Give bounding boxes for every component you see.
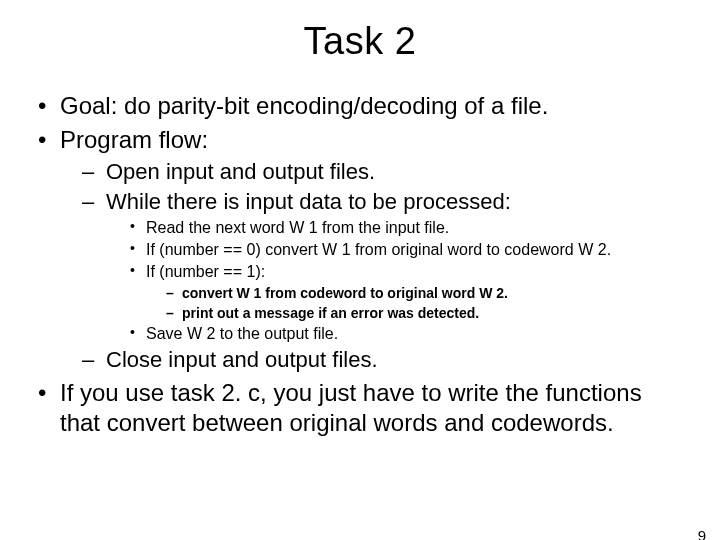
- bullet-while-input-text: While there is input data to be processe…: [106, 189, 511, 214]
- bullet-print-error: print out a message if an error was dete…: [166, 304, 684, 322]
- page-number: 9: [698, 527, 706, 540]
- bullet-open-files: Open input and output files.: [82, 159, 684, 186]
- bullet-close-files: Close input and output files.: [82, 347, 684, 374]
- bullet-program-flow-text: Program flow:: [60, 126, 208, 153]
- slide-title: Task 2: [0, 20, 720, 63]
- slide: Task 2 Goal: do parity-bit encoding/deco…: [0, 20, 720, 540]
- bullet-if-1-text: If (number == 1):: [146, 263, 265, 280]
- bullet-list-l2: Open input and output files. While there…: [60, 159, 684, 374]
- bullet-save-w2: Save W 2 to the output file.: [128, 324, 684, 344]
- bullet-if-0: If (number == 0) convert W 1 from origin…: [128, 240, 684, 260]
- bullet-if-1: If (number == 1): convert W 1 from codew…: [128, 262, 684, 322]
- bullet-task2c-note: If you use task 2. c, you just have to w…: [36, 378, 684, 438]
- bullet-list-l4: convert W 1 from codeword to original wo…: [146, 284, 684, 322]
- bullet-program-flow: Program flow: Open input and output file…: [36, 125, 684, 374]
- bullet-while-input: While there is input data to be processe…: [82, 189, 684, 344]
- slide-content: Goal: do parity-bit encoding/decoding of…: [0, 91, 720, 438]
- bullet-read-word: Read the next word W 1 from the input fi…: [128, 218, 684, 238]
- bullet-goal: Goal: do parity-bit encoding/decoding of…: [36, 91, 684, 121]
- bullet-convert-codeword: convert W 1 from codeword to original wo…: [166, 284, 684, 302]
- bullet-list-l1: Goal: do parity-bit encoding/decoding of…: [36, 91, 684, 438]
- bullet-list-l3: Read the next word W 1 from the input fi…: [106, 218, 684, 344]
